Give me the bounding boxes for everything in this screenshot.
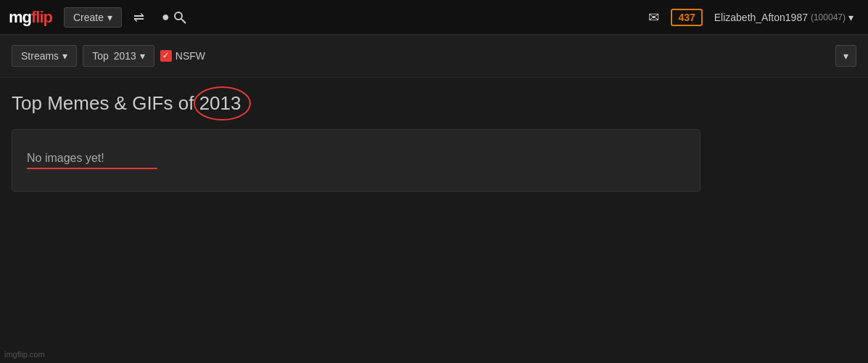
- dropdown-right-button[interactable]: ▾: [835, 45, 856, 67]
- shuffle-button[interactable]: ⇌: [128, 7, 150, 28]
- streams-label: Streams: [21, 50, 59, 62]
- search-button[interactable]: ●: [156, 7, 192, 28]
- notification-count: 437: [678, 12, 695, 23]
- notification-badge[interactable]: 437: [671, 9, 702, 26]
- main-content: Top Memes & GIFs of 2013 No images yet!: [0, 78, 868, 206]
- svg-point-0: [175, 12, 182, 20]
- mail-button[interactable]: ✉: [642, 7, 665, 28]
- shuffle-icon: ⇌: [133, 10, 144, 25]
- toolbar: Streams ▾ Top 2013 ▾ NSFW ▾: [0, 35, 868, 78]
- search-icon: ●: [162, 9, 170, 24]
- watermark: imgflip.com: [4, 350, 45, 359]
- top-year: 2013: [114, 50, 136, 62]
- mail-icon: ✉: [648, 10, 659, 25]
- nsfw-label[interactable]: NSFW: [160, 50, 205, 62]
- username: Elizabeth_Afton1987: [714, 12, 808, 23]
- page-year: 2013: [199, 92, 241, 115]
- streams-button[interactable]: Streams ▾: [12, 45, 77, 67]
- logo-flip: flip: [31, 8, 52, 27]
- logo[interactable]: mgflip: [9, 8, 52, 27]
- user-chevron-icon: ▾: [848, 12, 853, 23]
- watermark-text: imgflip.com: [4, 350, 45, 359]
- page-title-text: Top Memes & GIFs of: [12, 92, 199, 114]
- header: mgflip Create ▾ ⇌ ● ✉ 437 Elizabeth_Afto…: [0, 0, 868, 35]
- nsfw-text: NSFW: [175, 50, 205, 62]
- streams-chevron-icon: ▾: [62, 50, 67, 62]
- top-chevron-icon: ▾: [140, 50, 145, 62]
- top-label: Top: [92, 50, 109, 62]
- content-box: No images yet!: [12, 129, 700, 192]
- dropdown-right-icon: ▾: [843, 50, 848, 62]
- svg-line-1: [181, 19, 186, 23]
- no-images-text: No images yet!: [27, 152, 157, 169]
- create-chevron-icon: ▾: [107, 12, 112, 23]
- top-button[interactable]: Top 2013 ▾: [83, 45, 154, 67]
- page-title: Top Memes & GIFs of 2013: [12, 92, 241, 115]
- search-svg-icon: [173, 11, 186, 24]
- create-button[interactable]: Create ▾: [64, 7, 122, 28]
- user-id: (100047): [811, 12, 846, 23]
- user-menu[interactable]: Elizabeth_Afton1987 (100047) ▾: [708, 9, 859, 26]
- create-label: Create: [73, 12, 104, 23]
- logo-mg: mg: [9, 8, 31, 27]
- nsfw-checkbox[interactable]: [160, 50, 172, 62]
